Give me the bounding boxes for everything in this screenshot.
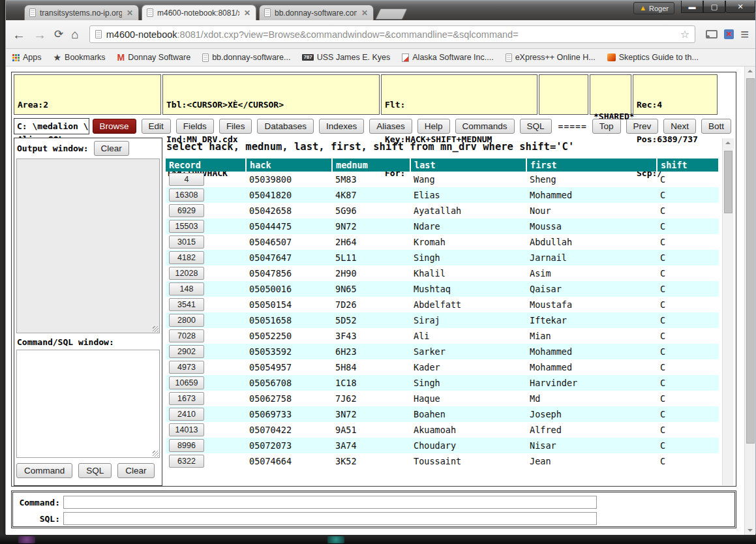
page-scrollbar[interactable] <box>744 67 755 535</box>
sql-input[interactable] <box>63 512 597 525</box>
nav-button-prev[interactable]: Prev <box>626 119 659 134</box>
resize-handle[interactable] <box>153 326 159 332</box>
address-bar[interactable]: m4600-notebook:8081/xdot.cxp?view=Browse… <box>89 25 695 43</box>
menu-icon[interactable]: ≡ <box>740 29 749 40</box>
reload-icon[interactable]: ⟳ <box>54 29 63 40</box>
output-clear-button[interactable]: Clear <box>94 141 129 156</box>
scroll-up-icon[interactable] <box>745 67 755 77</box>
taskbar-app-icon[interactable] <box>18 536 35 543</box>
bookmark-uss-james[interactable]: 787USS James E. Kyes <box>302 53 390 62</box>
record-button[interactable]: 2902 <box>169 345 204 358</box>
maximize-button[interactable]: ▢ <box>703 1 725 13</box>
bookmark-donnay-software[interactable]: MDonnay Software <box>117 53 191 62</box>
cell-last: Siraj <box>410 312 526 328</box>
record-button[interactable]: 7028 <box>169 329 204 342</box>
cell-record: 2800 <box>166 312 246 328</box>
sql-button[interactable]: SQL <box>78 463 112 478</box>
cell-hack: 05047856 <box>246 265 332 281</box>
record-button[interactable]: 148 <box>169 282 204 295</box>
record-button[interactable]: 3015 <box>169 235 204 249</box>
table-row: 3015050465072H64KromahAbdullahC <box>166 234 719 250</box>
cell-hack: 05051658 <box>246 312 332 328</box>
output-window[interactable] <box>16 159 160 333</box>
cast-icon[interactable] <box>706 30 718 38</box>
tab-label: bb.donnay-software.com · <box>275 8 357 18</box>
nav-button-fields[interactable]: Fields <box>176 119 214 134</box>
skeptics-icon <box>607 53 616 61</box>
nav-button-files[interactable]: Files <box>219 119 252 134</box>
cell-hack: 05074664 <box>246 453 332 469</box>
bookmark-express[interactable]: eXpress++ Online H... <box>506 53 596 62</box>
bookmark-star-icon[interactable]: ☆ <box>680 28 689 40</box>
tab-close-icon[interactable]: ✕ <box>361 8 369 18</box>
close-button[interactable]: ✕ <box>725 1 755 13</box>
bookmark-bookmarks[interactable]: ★Bookmarks <box>53 53 106 62</box>
nav-button-browse[interactable]: Browse <box>93 119 136 134</box>
scrollbar-thumb[interactable] <box>724 151 733 213</box>
record-button[interactable]: 15503 <box>169 220 204 233</box>
nav-button-top[interactable]: Top <box>592 119 621 134</box>
record-button[interactable]: 10659 <box>169 376 204 389</box>
extension-icon[interactable]: ✕ <box>724 29 734 39</box>
minimize-button[interactable]: ▬ <box>681 1 703 13</box>
cell-record: 3015 <box>166 234 246 250</box>
table-scrollbar[interactable] <box>722 138 733 485</box>
tab-close-icon[interactable]: ✕ <box>126 8 134 18</box>
record-button[interactable]: 4973 <box>169 361 204 374</box>
cell-record: 2902 <box>166 344 246 359</box>
bookmark-skeptics[interactable]: Skeptics Guide to th... <box>607 53 699 62</box>
record-button[interactable]: 2800 <box>169 314 204 327</box>
cell-hack: 05039800 <box>246 172 332 187</box>
windows-taskbar[interactable] <box>0 535 756 544</box>
record-button[interactable]: 16308 <box>169 189 204 202</box>
scroll-up-icon[interactable] <box>723 138 734 149</box>
record-button[interactable]: 14013 <box>169 423 204 436</box>
table-row: 1673050627587J62HaqueMdC <box>166 391 719 406</box>
record-button[interactable]: 6322 <box>169 455 204 468</box>
tab-transitsystems[interactable]: transitsystems.no-ip.org:8 ✕ <box>24 5 139 20</box>
nav-button-help[interactable]: Help <box>417 119 450 134</box>
record-button[interactable]: 6929 <box>169 204 204 217</box>
nav-button-databases[interactable]: Databases <box>257 119 314 134</box>
nav-button-commands[interactable]: Commands <box>455 119 515 134</box>
bookmark-apps[interactable]: Apps <box>12 53 42 62</box>
cell-first: Jean <box>526 453 657 469</box>
tab-bb-donnay[interactable]: bb.donnay-software.com · ✕ <box>259 5 374 20</box>
forward-icon[interactable]: → <box>33 28 46 41</box>
new-tab-button[interactable] <box>375 8 408 20</box>
command-sql-window[interactable] <box>16 350 160 458</box>
cell-record: 14013 <box>166 422 246 438</box>
command-button[interactable]: Command <box>16 463 72 478</box>
tab-close-icon[interactable]: ✕ <box>243 8 251 18</box>
cell-shift: C <box>657 297 719 312</box>
bookmark-bb-donnay[interactable]: bb.donnay-software... <box>202 53 290 62</box>
back-icon[interactable]: ← <box>12 28 25 41</box>
record-button[interactable]: 4182 <box>169 251 204 264</box>
titlebar: transitsystems.no-ip.org:8 ✕ m4600-noteb… <box>6 1 755 20</box>
record-button[interactable]: 12028 <box>169 267 204 280</box>
nav-button-edit[interactable]: Edit <box>142 119 171 134</box>
clear-button[interactable]: Clear <box>117 463 154 478</box>
nav-button-indexes[interactable]: Indexes <box>319 119 364 134</box>
resize-handle[interactable] <box>153 451 159 457</box>
cell-last: Ali <box>410 328 526 344</box>
nav-button-aliases[interactable]: Aliases <box>369 119 412 134</box>
tab-m4600-notebook[interactable]: m4600-notebook:8081/xd ✕ <box>142 5 256 20</box>
record-button[interactable]: 1673 <box>169 392 204 405</box>
record-button[interactable]: 2410 <box>169 408 204 421</box>
bookmark-alaska-software[interactable]: Alaska Software Inc.... <box>402 53 493 62</box>
taskbar-app-icon[interactable] <box>327 536 344 543</box>
home-icon[interactable]: ⌂ <box>71 28 78 40</box>
scrollbar-thumb[interactable] <box>746 78 755 444</box>
page-icon <box>29 8 36 17</box>
record-button[interactable]: 8996 <box>169 439 204 452</box>
scroll-down-icon[interactable] <box>745 524 755 535</box>
nav-button-bott[interactable]: Bott <box>701 119 731 134</box>
profile-badge[interactable]: ▲ Roger <box>633 2 674 14</box>
record-button[interactable]: 4 <box>169 173 204 186</box>
record-button[interactable]: 3541 <box>169 298 204 311</box>
nav-button-sql[interactable]: SQL <box>520 119 552 134</box>
nav-button-next[interactable]: Next <box>663 119 696 134</box>
cell-hack: 05070422 <box>246 422 332 438</box>
command-input[interactable] <box>63 496 597 509</box>
